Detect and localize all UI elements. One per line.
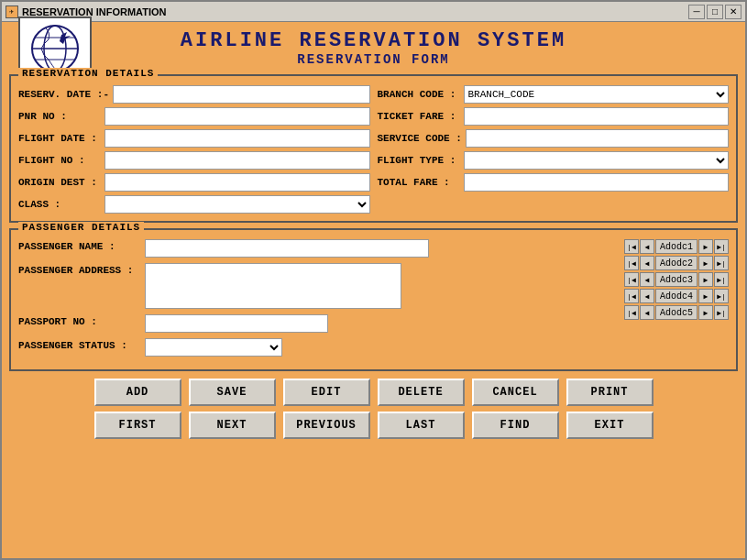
passport-no-input[interactable]: [145, 314, 328, 333]
ado2-label: Adodc2: [655, 256, 698, 270]
print-button[interactable]: PRINT: [566, 379, 654, 406]
close-button[interactable]: ✕: [725, 5, 742, 19]
ado1-next-btn[interactable]: ▶: [698, 239, 713, 254]
flight-type-select[interactable]: [464, 151, 730, 170]
main-window: ✈ RESERVATION INFORMATION ─ □ ✕: [0, 0, 747, 560]
ado5-prev-btn[interactable]: ◀: [640, 305, 654, 320]
service-code-row: SERVICE CODE :: [378, 129, 730, 148]
passport-no-row: PASSPORT NO :: [18, 314, 617, 333]
passenger-address-row: PASSENGER ADDRESS :: [18, 263, 617, 309]
pnr-no-input[interactable]: [104, 107, 370, 126]
reserv-date-label: RESERV. DATE :-: [18, 89, 109, 100]
first-button[interactable]: FIRST: [94, 412, 181, 439]
minimize-button[interactable]: ─: [688, 5, 705, 19]
ado-row-1: |◀ ◀ Adodc1 ▶ ▶|: [624, 239, 729, 254]
passenger-content: PASSENGER NAME : PASSENGER ADDRESS : PAS…: [18, 239, 729, 362]
passport-no-label: PASSPORT NO :: [18, 314, 137, 327]
ado3-prev-btn[interactable]: ◀: [640, 272, 654, 287]
reserv-date-input[interactable]: [113, 85, 369, 104]
flight-no-input[interactable]: [104, 151, 370, 170]
ado3-last-btn[interactable]: ▶|: [714, 272, 729, 287]
reserv-date-row: RESERV. DATE :-: [18, 85, 370, 104]
reservation-fields: RESERV. DATE :- PNR NO : FLIGHT DATE : F…: [18, 85, 729, 214]
ado2-first-btn[interactable]: |◀: [624, 256, 639, 270]
pnr-no-row: PNR NO :: [18, 107, 370, 126]
branch-code-select[interactable]: BRANCH_CODE: [464, 85, 730, 104]
ado1-last-btn[interactable]: ▶|: [714, 239, 729, 254]
ado5-first-btn[interactable]: |◀: [624, 305, 639, 320]
passenger-fields: PASSENGER NAME : PASSENGER ADDRESS : PAS…: [18, 239, 617, 362]
passenger-address-label: PASSENGER ADDRESS :: [18, 263, 137, 276]
passenger-name-row: PASSENGER NAME :: [18, 239, 617, 258]
passenger-section-label: PASSENGER DETAILS: [18, 222, 144, 233]
maximize-button[interactable]: □: [707, 5, 723, 19]
ado5-label: Adodc5: [655, 305, 698, 320]
header-area: AIRLINE RESERVATION SYSTEM RESERVATION F…: [9, 29, 738, 67]
flight-no-row: FLIGHT NO :: [18, 151, 370, 170]
total-fare-input[interactable]: [464, 173, 730, 192]
branch-code-label: BRANCH CODE :: [378, 89, 460, 100]
title-bar-icon: ✈: [5, 5, 18, 18]
ado4-first-btn[interactable]: |◀: [624, 289, 639, 303]
ado4-next-btn[interactable]: ▶: [698, 289, 713, 303]
add-button[interactable]: ADD: [94, 379, 181, 406]
passenger-section: PASSENGER DETAILS PASSENGER NAME : PASSE…: [9, 228, 738, 371]
ado5-next-btn[interactable]: ▶: [698, 305, 713, 320]
delete-button[interactable]: DELETE: [378, 379, 465, 406]
passenger-name-input[interactable]: [145, 239, 429, 258]
cancel-button[interactable]: CANCEL: [472, 379, 559, 406]
header-subtitle: RESERVATION FORM: [181, 52, 566, 67]
flight-date-input[interactable]: [104, 129, 370, 148]
previous-button[interactable]: PREVIOUS: [283, 412, 370, 439]
origin-dest-label: ORIGIN DEST :: [18, 177, 101, 188]
passenger-status-select[interactable]: [145, 338, 282, 357]
button-row-2: FIRST NEXT PREVIOUS LAST FIND EXIT: [27, 412, 720, 439]
header-text: AIRLINE RESERVATION SYSTEM RESERVATION F…: [181, 29, 566, 67]
total-fare-row: TOTAL FARE :: [378, 173, 730, 192]
ado-row-5: |◀ ◀ Adodc5 ▶ ▶|: [624, 305, 729, 320]
class-select[interactable]: [104, 195, 370, 214]
edit-button[interactable]: EDIT: [283, 379, 370, 406]
class-label: CLASS :: [18, 199, 101, 210]
passenger-address-textarea[interactable]: [145, 263, 401, 309]
next-button[interactable]: NEXT: [189, 412, 276, 439]
ado-row-2: |◀ ◀ Adodc2 ▶ ▶|: [624, 256, 729, 270]
ado1-label: Adodc1: [655, 239, 698, 254]
ticket-fare-label: TICKET FARE :: [378, 111, 460, 122]
reservation-section-label: RESERVATION DETAILS: [18, 68, 158, 79]
passenger-name-label: PASSENGER NAME :: [18, 239, 137, 252]
find-button[interactable]: FIND: [472, 412, 559, 439]
title-bar-buttons: ─ □ ✕: [688, 5, 742, 19]
ado4-last-btn[interactable]: ▶|: [714, 289, 729, 303]
ticket-fare-input[interactable]: [464, 107, 730, 126]
pnr-no-label: PNR NO :: [18, 111, 101, 122]
class-row: CLASS :: [18, 195, 370, 214]
origin-dest-input[interactable]: [104, 173, 370, 192]
buttons-section: ADD SAVE EDIT DELETE CANCEL PRINT FIRST …: [9, 379, 738, 439]
flight-date-row: FLIGHT DATE :: [18, 129, 370, 148]
flight-date-label: FLIGHT DATE :: [18, 133, 101, 144]
ado3-first-btn[interactable]: |◀: [624, 272, 639, 287]
ado2-next-btn[interactable]: ▶: [698, 256, 713, 270]
main-content: AIRLINE RESERVATION SYSTEM RESERVATION F…: [2, 22, 745, 446]
ticket-fare-row: TICKET FARE :: [378, 107, 730, 126]
left-fields: RESERV. DATE :- PNR NO : FLIGHT DATE : F…: [18, 85, 370, 214]
ado-panel: |◀ ◀ Adodc1 ▶ ▶| |◀ ◀ Adodc2 ▶ ▶| |◀: [624, 239, 729, 362]
ado3-next-btn[interactable]: ▶: [698, 272, 713, 287]
service-code-input[interactable]: [466, 129, 729, 148]
flight-no-label: FLIGHT NO :: [18, 155, 101, 166]
ado2-last-btn[interactable]: ▶|: [714, 256, 729, 270]
ado1-first-btn[interactable]: |◀: [624, 239, 639, 254]
exit-button[interactable]: EXIT: [566, 412, 654, 439]
last-button[interactable]: LAST: [378, 412, 465, 439]
ado4-prev-btn[interactable]: ◀: [640, 289, 654, 303]
passenger-status-label: PASSENGER STATUS :: [18, 338, 137, 351]
reservation-section: RESERVATION DETAILS RESERV. DATE :- PNR …: [9, 74, 738, 223]
ado2-prev-btn[interactable]: ◀: [640, 256, 654, 270]
total-fare-label: TOTAL FARE :: [378, 177, 460, 188]
button-row-1: ADD SAVE EDIT DELETE CANCEL PRINT: [27, 379, 720, 406]
save-button[interactable]: SAVE: [189, 379, 276, 406]
title-bar-text: RESERVATION INFORMATION: [22, 6, 688, 17]
ado1-prev-btn[interactable]: ◀: [640, 239, 654, 254]
ado5-last-btn[interactable]: ▶|: [714, 305, 729, 320]
